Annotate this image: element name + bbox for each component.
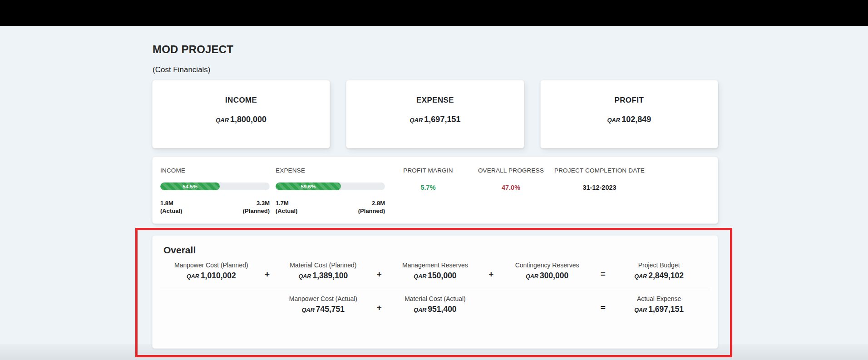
income-card-value: QAR1,800,000 [153,115,330,124]
currency-prefix: QAR [414,307,426,313]
equation-item: Material Cost (Planned) QAR1,389,100 [276,261,371,281]
expense-progress-percent: 59.6% [301,184,316,189]
equation-item-amount: 300,000 [540,271,568,280]
page-title: MOD PROJECT [153,43,233,56]
equation-item-label: Management Reserves [387,261,483,269]
equation-item-value: QAR1,010,002 [163,271,259,281]
equation-item-amount: 1,010,002 [201,271,236,280]
equation-item-label: Actual Expense [611,295,707,302]
income-actual: 1.8M (Actual) [160,199,182,215]
income-minmax-row: 1.8M (Actual) 3.3M (Planned) [160,199,270,215]
profit-card-title: PROFIT [541,96,718,105]
currency-prefix: QAR [634,273,647,280]
equation-item: Project Budget QAR2,849,102 [611,261,707,281]
kpi-summary-card: INCOME 54.5% 1.8M (Actual) 3.3M (Planned… [152,157,718,224]
expense-amount: 1,697,151 [424,115,460,124]
equation-item-amount: 150,000 [428,271,456,280]
equation-operator: = [595,261,611,279]
expense-card-title: EXPENSE [346,96,523,105]
overall-progress-label: OVERALL PROGRESS [471,167,551,174]
expense-card: EXPENSE QAR1,697,151 [346,80,524,148]
currency-prefix: QAR [187,273,199,280]
equation-item-value: QAR1,389,100 [276,271,371,281]
currency-prefix: QAR [526,273,538,280]
profit-amount: 102,849 [621,115,651,124]
equation-operator [483,295,499,303]
overall-heading: Overall [163,245,707,256]
profit-card-value: QAR102,849 [541,115,718,124]
equation-item-amount: 951,400 [428,305,456,314]
equation-item-amount: 745,751 [316,305,345,314]
planned-equation-row: Manpower Cost (Planned) QAR1,010,002 + M… [163,261,707,281]
currency-prefix: QAR [298,273,311,280]
profit-margin-stat: PROFIT MARGIN 5.7% [390,167,467,223]
overall-progress-value: 47.0% [471,184,551,191]
equation-item-amount: 1,697,151 [648,305,684,314]
equation-item: Actual Expense QAR1,697,151 [611,295,707,314]
equation-item-value: QAR300,000 [499,271,595,281]
income-planned: 3.3M (Planned) [243,199,270,215]
equation-item-value: QAR951,400 [387,305,483,314]
income-progress-track: 54.5% [160,182,270,190]
overall-cost-card: Overall Manpower Cost (Planned) QAR1,010… [152,235,718,349]
income-card-title: INCOME [153,96,330,105]
equation-item-amount: 2,849,102 [648,271,684,280]
completion-date-value: 31-12-2023 [551,184,648,191]
equation-item-value: QAR1,697,151 [611,305,707,314]
equation-item-label: Manpower Cost (Planned) [163,261,259,269]
profit-card: PROFIT QAR102,849 [540,80,718,148]
expense-kpi-label: EXPENSE [276,167,385,174]
equation-item-amount: 1,389,100 [312,271,348,280]
completion-date-label: PROJECT COMPLETION DATE [551,167,648,174]
income-progress-percent: 54.5% [182,184,197,189]
summary-cards-row: INCOME QAR1,800,000 EXPENSE QAR1,697,151… [152,80,718,148]
currency-prefix: QAR [302,307,315,313]
expense-planned: 2.8M (Planned) [358,199,385,215]
equation-operator: + [371,261,387,279]
expense-actual: 1.7M (Actual) [276,199,297,215]
profit-margin-label: PROFIT MARGIN [390,167,467,174]
completion-date-stat: PROJECT COMPLETION DATE 31-12-2023 [551,167,648,223]
equation-item-label: Contingency Reserves [499,261,595,269]
equation-item-label: Manpower Cost (Actual) [276,295,371,302]
actual-equation-row: Manpower Cost (Actual) QAR745,751 + Mate… [163,295,707,314]
currency-prefix: QAR [634,307,647,313]
equation-item-value: QAR2,849,102 [611,271,707,281]
equation-item-label: Material Cost (Actual) [387,295,483,302]
currency-prefix: QAR [216,117,229,123]
page-subtitle: (Cost Financials) [153,65,211,74]
expense-card-value: QAR1,697,151 [346,115,523,124]
equation-item: Manpower Cost (Planned) QAR1,010,002 [163,261,259,281]
expense-progress-track: 59.6% [276,182,385,190]
equation-item-value: QAR745,751 [276,305,371,314]
expense-progress-fill: 59.6% [276,182,341,190]
currency-prefix: QAR [607,117,620,123]
equation-item: Material Cost (Actual) QAR951,400 [387,295,483,314]
currency-prefix: QAR [414,273,426,280]
currency-prefix: QAR [410,117,423,123]
equation-item: Contingency Reserves QAR300,000 [499,261,595,281]
equation-operator: + [371,295,387,313]
equation-operator: = [595,295,611,313]
expense-kpi-block: EXPENSE 59.6% 1.7M (Actual) 2.8M (Planne… [276,167,385,223]
equation-item-label: Project Budget [611,261,707,269]
equation-operator: + [483,261,499,279]
expense-minmax-row: 1.7M (Actual) 2.8M (Planned) [276,199,385,215]
equation-operator [259,295,276,303]
top-black-bar [0,0,868,26]
equation-item-empty [163,295,259,307]
row-divider [160,289,710,289]
equation-item: Manpower Cost (Actual) QAR745,751 [276,295,371,314]
income-progress-fill: 54.5% [160,182,220,190]
equation-item-empty [499,295,595,307]
income-amount: 1,800,000 [230,115,266,124]
equation-operator: + [259,261,276,279]
profit-margin-value: 5.7% [390,184,467,191]
income-kpi-label: INCOME [160,167,270,174]
equation-item-label: Material Cost (Planned) [276,261,371,269]
overall-progress-stat: OVERALL PROGRESS 47.0% [471,167,551,223]
equation-item: Management Reserves QAR150,000 [387,261,483,281]
income-card: INCOME QAR1,800,000 [152,80,330,148]
equation-item-value: QAR150,000 [387,271,483,281]
income-kpi-block: INCOME 54.5% 1.8M (Actual) 3.3M (Planned… [160,167,270,223]
